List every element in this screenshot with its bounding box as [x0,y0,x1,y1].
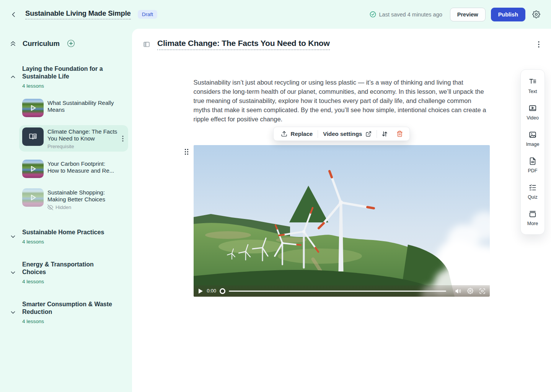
section-header[interactable]: Laying the Foundation for a Sustainable … [9,65,125,89]
section-header[interactable]: Smarter Consumption & Waste Reduction 4 … [9,301,125,324]
curriculum-sidebar: Curriculum Laying the Foundation for a S… [0,29,132,392]
add-pdf-block-button[interactable]: PDF [521,152,544,178]
play-icon [29,104,37,112]
fullscreen-button[interactable] [479,288,486,294]
lesson-editor-panel: Climate Change: The Facts You Need to Kn… [132,29,551,392]
double-chevron-up-icon [10,40,16,47]
volume-icon [455,288,461,294]
chevron-up-icon[interactable] [9,74,17,80]
video-timestamp: 0:00 [207,288,216,294]
lesson-intro-paragraph[interactable]: Sustainability isn’t just about recyclin… [194,78,490,124]
video-settings-button[interactable]: Video settings [318,127,377,140]
add-text-block-button[interactable]: Text [521,73,544,99]
arrows-up-down-icon [381,131,388,137]
video-scene-wind-turbines [194,145,490,297]
plus-circle-icon [67,39,75,47]
drag-handle[interactable] [183,147,190,156]
lesson-item-hidden[interactable]: Sustainable Shopping: Making Better Choi… [19,186,128,212]
add-video-block-button[interactable]: Video [521,99,544,126]
video-block-icon [528,104,537,113]
check-circle-icon [370,11,376,18]
lesson-list: What Sustainability Really Means Climate… [22,96,125,212]
scrubber-handle[interactable] [220,288,225,294]
lesson-reading-thumbnail [22,127,44,146]
lesson-hidden-label: Hidden [55,204,71,210]
section-lesson-count: 4 lessons [22,279,118,284]
chevron-down-icon[interactable] [9,309,17,315]
play-button[interactable] [198,288,204,294]
gear-icon [467,288,473,294]
image-icon [528,131,537,139]
insert-blocks-panel: Text Video Image PDF [520,69,545,235]
add-quiz-block-button[interactable]: Quiz [521,178,544,205]
progress-bar[interactable] [229,291,446,292]
last-saved-status: Last saved 4 minutes ago [370,11,442,18]
fullscreen-icon [479,288,486,294]
video-block: Replace Video settings [194,145,490,297]
section-lesson-count: 4 lessons [22,83,118,89]
course-title[interactable]: Sustainable Living Made Simple [25,9,131,20]
curriculum-header: Curriculum [9,38,125,49]
status-badge: Draft [138,10,157,19]
lesson-item[interactable]: What Sustainability Really Means [19,96,128,119]
lesson-title: Climate Change: The Facts You Need to Kn… [47,128,118,142]
last-saved-text: Last saved 4 minutes ago [379,11,442,18]
lesson-video-thumbnail [22,160,44,178]
video-toolbar: Replace Video settings [273,127,410,141]
volume-button[interactable] [455,288,461,294]
kebab-icon [538,41,540,48]
kebab-icon [122,136,124,142]
add-section-button[interactable] [65,38,77,49]
more-blocks-button[interactable]: More [521,205,544,231]
section-title[interactable]: Laying the Foundation for a Sustainable … [22,65,118,80]
lesson-video-thumbnail [22,99,44,117]
section-header[interactable]: Energy & Transportation Choices 4 lesson… [9,261,125,284]
lesson-item-selected[interactable]: Climate Change: The Facts You Need to Kn… [19,125,128,152]
quiz-checklist-icon [528,183,537,192]
curriculum-title: Curriculum [23,39,60,48]
curriculum-section: Sustainable Home Practices 4 lessons [9,229,125,245]
back-button[interactable] [9,10,18,19]
curriculum-section: Energy & Transportation Choices 4 lesson… [9,261,125,284]
lesson-title: What Sustainability Really Means [47,100,118,113]
external-link-icon [365,131,372,137]
lesson-options-button[interactable] [536,39,541,49]
section-title[interactable]: Smarter Consumption & Waste Reduction [22,301,118,316]
section-title[interactable]: Energy & Transportation Choices [22,261,118,276]
drawer-icon [528,210,537,218]
section-header[interactable]: Sustainable Home Practices 4 lessons [9,229,125,245]
lesson-title: Sustainable Shopping: Making Better Choi… [47,189,118,203]
curriculum-section: Laying the Foundation for a Sustainable … [9,65,125,212]
open-book-icon [28,132,38,142]
lesson-menu-button[interactable] [121,134,125,143]
publish-button[interactable]: Publish [491,8,525,21]
replace-button[interactable]: Replace [276,127,318,140]
move-block-button[interactable] [377,127,392,140]
add-image-block-button[interactable]: Image [521,126,544,152]
section-lesson-count: 4 lessons [22,318,118,324]
delete-block-button[interactable] [392,127,407,140]
chevron-down-icon[interactable] [9,270,17,276]
section-title[interactable]: Sustainable Home Practices [22,229,104,236]
page-title[interactable]: Climate Change: The Facts You Need to Kn… [157,39,330,50]
lesson-item[interactable]: Your Carbon Footprint: How to Measure an… [19,157,128,180]
settings-button[interactable] [531,9,542,20]
trash-icon [396,131,403,137]
play-icon [29,193,37,202]
chevron-down-icon[interactable] [9,234,17,240]
curriculum-section: Smarter Consumption & Waste Reduction 4 … [9,301,125,324]
lesson-prerequisite-label: Prerequisite [47,144,118,149]
collapse-all-button[interactable] [9,40,17,47]
video-player[interactable]: 0:00 [194,145,490,297]
preview-button[interactable]: Preview [450,8,486,21]
panel-layout-icon [143,41,150,48]
topbar: Sustainable Living Made Simple Draft Las… [0,0,551,29]
chevron-left-icon [11,11,17,18]
toggle-sidebar-button[interactable] [141,39,152,50]
upload-icon [281,131,287,137]
video-settings-gear-button[interactable] [467,288,473,294]
gear-icon [532,10,540,18]
section-lesson-count: 4 lessons [22,239,104,245]
lesson-video-thumbnail [22,188,44,207]
text-icon [528,78,537,86]
